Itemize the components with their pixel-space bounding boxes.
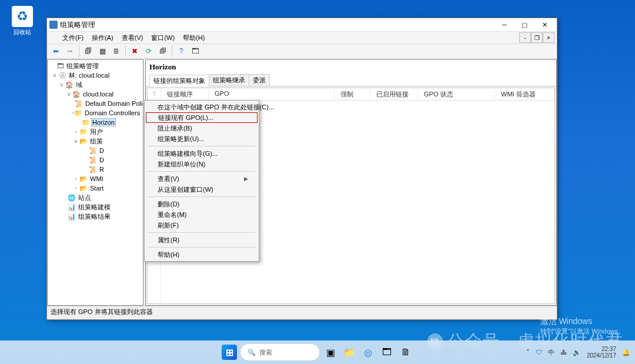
tree-wmi[interactable]: WMI: [89, 175, 105, 182]
ctx-new-ou[interactable]: 新建组织单位(N): [146, 159, 258, 169]
tree-model[interactable]: 组策略建模: [77, 203, 112, 212]
recycle-bin[interactable]: ♻ 回收站: [8, 6, 36, 36]
tab-linked-gpo[interactable]: 链接的组策略对象: [149, 75, 209, 86]
menu-icon: [49, 34, 58, 42]
taskbar[interactable]: ⊞ 🔍 搜索 ▣ 📁 ◎ 🗔 🗎 ˄ 🛡 中 🖧 🔉 22:37 2024/12…: [0, 340, 635, 364]
taskbar-tray: ˄ 🛡 中 🖧 🔉 22:37 2024/12/17 🔔: [526, 346, 630, 359]
tree-horizon[interactable]: Horizon: [91, 118, 116, 126]
tab-delegation[interactable]: 委派: [249, 74, 270, 86]
refresh-button[interactable]: ⟳: [142, 45, 155, 58]
ctx-link-gpo[interactable]: 链接现有 GPO(L)...: [146, 112, 258, 123]
tree-d1[interactable]: D: [98, 147, 105, 154]
taskbar-search[interactable]: 🔍 搜索: [240, 344, 319, 360]
close-button[interactable]: ✕: [534, 19, 554, 31]
filter-button[interactable]: 🗔: [189, 45, 202, 58]
detail-title: Horizon: [149, 62, 553, 72]
toolbar: ⬅ ➡ 🗐 ▦ 🗎 ✖ ⟳ 🗊 ? 🗔: [47, 44, 557, 59]
watermark-l2: 转到"设置"以激活 Windows。: [540, 327, 625, 336]
ou-icon: 📁: [79, 128, 88, 136]
mdi-minimize[interactable]: -: [519, 32, 531, 43]
help-button[interactable]: ?: [175, 45, 188, 58]
app2-icon[interactable]: 🗎: [398, 345, 413, 360]
separator: [148, 171, 255, 172]
folder-icon: 📂: [79, 184, 88, 192]
tree-forest[interactable]: 林: cloud.local: [68, 71, 111, 80]
ctx-help[interactable]: 帮助(H): [146, 249, 258, 260]
ou-icon: 📁: [82, 118, 90, 126]
separator: [79, 45, 79, 57]
edge-icon[interactable]: ◎: [360, 345, 376, 360]
details-button[interactable]: ▦: [96, 45, 109, 58]
ctx-view[interactable]: 查看(V)▶: [146, 173, 258, 184]
tree-start[interactable]: Start: [89, 185, 105, 192]
tree-root[interactable]: 组策略管理: [65, 62, 100, 71]
tree-ddp[interactable]: Default Domain Policy: [84, 100, 143, 107]
tree-r[interactable]: R: [98, 166, 105, 173]
col-order[interactable]: 链接顺序: [161, 88, 209, 100]
properties-button[interactable]: 🗎: [110, 45, 123, 58]
recycle-icon: ♻: [12, 6, 33, 27]
gpmc-window: 组策略管理 ─ ▢ ✕ 文件(F) 操作(A) 查看(V) 窗口(W) 帮助(H…: [46, 18, 557, 320]
up-button[interactable]: 🗐: [82, 45, 95, 58]
forward-button[interactable]: ➡: [63, 45, 76, 58]
ctx-properties[interactable]: 属性(R): [146, 235, 258, 245]
ime-icon[interactable]: 中: [548, 348, 554, 357]
menu-view[interactable]: 查看(V): [118, 32, 147, 44]
explorer-icon[interactable]: 📁: [342, 345, 357, 360]
move-top-icon[interactable]: ⤒: [152, 91, 157, 98]
watermark-l1: 激活 Windows: [540, 316, 625, 327]
network-icon[interactable]: 🖧: [560, 349, 567, 356]
mdi-buttons: - ❐ ×: [519, 32, 554, 43]
tree-pane[interactable]: 🗔组策略管理 vⒶ林: cloud.local v🏠域 v🏠cloud.loca…: [47, 59, 143, 306]
ctx-create-gpo[interactable]: 在这个域中创建 GPO 并在此处链接(C)...: [146, 102, 258, 112]
ctx-gp-update[interactable]: 组策略更新(U)...: [146, 133, 258, 144]
search-placeholder: 搜索: [259, 348, 272, 357]
tab-inherit[interactable]: 组策略继承: [209, 74, 249, 86]
col-force[interactable]: 强制: [335, 88, 370, 100]
titlebar[interactable]: 组策略管理 ─ ▢ ✕: [47, 18, 557, 32]
ctx-rename[interactable]: 重命名(M): [146, 209, 258, 220]
maximize-button[interactable]: ▢: [514, 19, 534, 31]
back-button[interactable]: ⬅: [49, 45, 62, 58]
ctx-modeling-wizard[interactable]: 组策略建模向导(G)...: [146, 148, 258, 159]
tree-d2[interactable]: D: [98, 156, 105, 163]
gpo-icon: 📜: [89, 156, 97, 164]
menu-action[interactable]: 操作(A): [88, 32, 117, 44]
domain-icon: 🏠: [72, 90, 81, 98]
col-enabled[interactable]: 已启用链接: [370, 88, 418, 100]
task-view-icon[interactable]: ▣: [323, 345, 338, 360]
tree-group[interactable]: 组策: [89, 137, 104, 146]
export-button[interactable]: 🗊: [156, 45, 169, 58]
ctx-delete[interactable]: 删除(D): [146, 199, 258, 209]
col-gpo[interactable]: GPO: [209, 88, 335, 100]
menu-help[interactable]: 帮助(H): [179, 32, 208, 44]
delete-button[interactable]: ✖: [128, 45, 141, 58]
col-status[interactable]: GPO 状态: [418, 88, 495, 100]
minimize-button[interactable]: ─: [494, 19, 514, 31]
volume-icon[interactable]: 🔉: [573, 349, 581, 356]
time: 22:37: [587, 346, 616, 352]
app1-icon[interactable]: 🗔: [379, 345, 395, 360]
menu-window[interactable]: 窗口(W): [148, 32, 178, 44]
tree-result[interactable]: 组策略结果: [77, 212, 112, 221]
mdi-close[interactable]: ×: [543, 32, 554, 43]
ctx-block-inherit[interactable]: 阻止继承(B): [146, 123, 258, 133]
col-wmi[interactable]: WMI 筛选器: [495, 88, 554, 100]
tree-site[interactable]: 站点: [77, 193, 92, 202]
mdi-restore[interactable]: ❐: [531, 32, 543, 43]
tree-users[interactable]: 用户: [89, 128, 104, 136]
notifications-icon[interactable]: 🔔: [622, 349, 630, 356]
ou-icon: 📁: [74, 109, 82, 117]
security-icon[interactable]: 🛡: [536, 349, 542, 356]
start-button[interactable]: ⊞: [222, 345, 237, 360]
tree-dc[interactable]: Domain Controllers: [83, 109, 141, 116]
ctx-new-window[interactable]: 从这里创建窗口(W): [146, 184, 258, 195]
chevron-up-icon[interactable]: ˄: [526, 349, 530, 356]
tree-domains[interactable]: 域: [75, 81, 83, 89]
console-icon: 🗔: [56, 62, 64, 70]
column-headers[interactable]: 链接顺序 GPO 强制 已启用链接 GPO 状态 WMI 筛选器: [161, 88, 554, 101]
clock[interactable]: 22:37 2024/12/17: [587, 346, 616, 359]
tree-domain[interactable]: cloud.local: [82, 91, 115, 98]
menu-file[interactable]: 文件(F): [59, 32, 87, 44]
ctx-refresh[interactable]: 刷新(F): [146, 220, 258, 231]
